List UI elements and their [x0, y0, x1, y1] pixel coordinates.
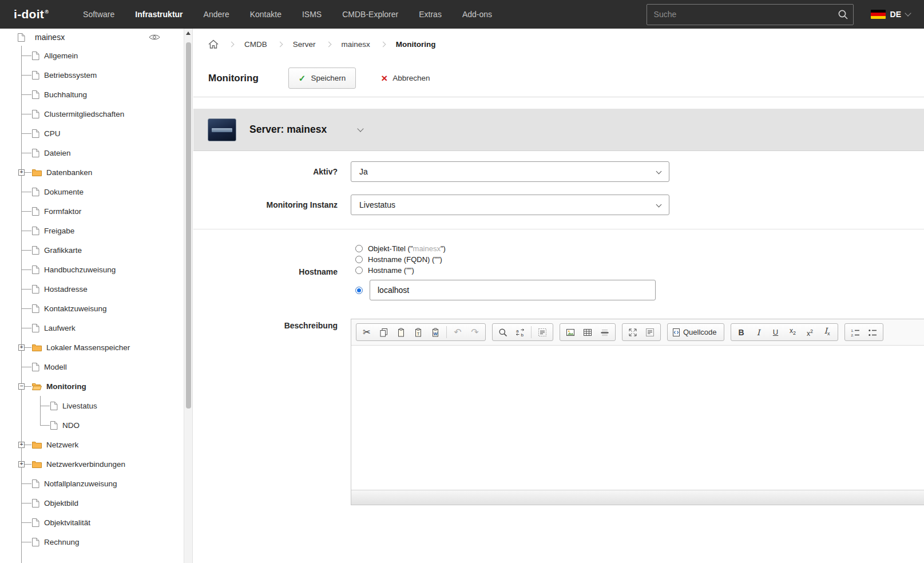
sidebar-item-objektbild[interactable]: Objektbild: [0, 493, 184, 513]
sidebar-item-modell[interactable]: Modell: [0, 357, 184, 376]
sidebar-item-betriebssystem[interactable]: Betriebssystem: [0, 65, 184, 85]
editor-content-area[interactable]: [351, 346, 924, 490]
sidebar-item-buchhaltung[interactable]: Buchhaltung: [0, 85, 184, 104]
sidebar-scrollbar[interactable]: [184, 29, 192, 563]
aktiv-label: Aktiv?: [193, 167, 338, 176]
object-switch-chevron-icon[interactable]: [358, 125, 364, 132]
find-button[interactable]: [494, 325, 511, 340]
radio-button[interactable]: [355, 245, 363, 252]
expander-minus-icon[interactable]: −: [18, 383, 25, 390]
sidebar-item-netzwerkverbindungen[interactable]: +Netzwerkverbindungen: [0, 454, 184, 474]
tree-connector: [22, 308, 31, 309]
doc-icon: [32, 90, 39, 99]
radio-button[interactable]: [355, 256, 363, 263]
cancel-button[interactable]: × Abbrechen: [371, 68, 440, 89]
radio-button[interactable]: [355, 267, 363, 274]
save-button[interactable]: ✓ Speichern: [288, 68, 356, 89]
source-button[interactable]: Quellcode: [669, 325, 722, 340]
expander-plus-icon[interactable]: +: [18, 169, 25, 176]
nav-item-isms[interactable]: ISMS: [292, 0, 332, 29]
nav-item-software[interactable]: Software: [73, 0, 125, 29]
replace-button[interactable]: ab: [511, 325, 529, 340]
maximize-button[interactable]: [624, 325, 641, 340]
expander-plus-icon[interactable]: +: [18, 442, 25, 448]
eye-icon[interactable]: [149, 34, 160, 41]
sidebar-item-dateien[interactable]: Dateien: [0, 143, 184, 162]
tree-connector: [40, 425, 50, 426]
bold-button[interactable]: B: [733, 325, 750, 340]
app-logo[interactable]: i-doit®: [14, 7, 49, 21]
italic-button[interactable]: I: [750, 325, 767, 340]
sidebar-item-ndo[interactable]: NDO: [0, 415, 184, 435]
nav-item-kontakte[interactable]: Kontakte: [240, 0, 292, 29]
bulleted-list-button[interactable]: [864, 325, 881, 340]
remove-format-button[interactable]: Ix: [819, 325, 836, 340]
radio-button-selected[interactable]: [355, 287, 363, 294]
sidebar-item-laufwerk[interactable]: Laufwerk: [0, 318, 184, 338]
breadcrumb-item-server[interactable]: Server: [293, 40, 316, 49]
sidebar-item-hostadresse[interactable]: Hostadresse: [0, 279, 184, 299]
expander-plus-icon[interactable]: +: [18, 461, 25, 467]
option-text: Hostname (FQDN) (""): [368, 255, 442, 264]
nav-item-andere[interactable]: Andere: [193, 0, 240, 29]
sidebar-item-formfaktor[interactable]: Formfaktor: [0, 201, 184, 221]
sidebar-item-notfallplanzuweisung[interactable]: Notfallplanzuweisung: [0, 474, 184, 493]
breadcrumb-item-mainesx[interactable]: mainesx: [342, 40, 370, 49]
paste-text-button[interactable]: T: [410, 325, 427, 340]
hostname-input[interactable]: [370, 280, 656, 300]
search-input[interactable]: [647, 4, 854, 25]
breadcrumb-item-cmdb[interactable]: CMDB: [244, 40, 267, 49]
underline-button[interactable]: U: [767, 325, 784, 340]
sidebar-item-netzwerk[interactable]: +Netzwerk: [0, 435, 184, 454]
tree-connector: [22, 75, 31, 76]
doc-icon: [32, 149, 39, 157]
remove-format-icon: Ix: [824, 331, 830, 334]
sidebar-item-lokaler-massenspeicher[interactable]: +Lokaler Massenspeicher: [0, 338, 184, 357]
nav-item-add-ons[interactable]: Add-ons: [452, 0, 502, 29]
sidebar-item-label: Handbuchzuweisung: [44, 265, 116, 274]
sidebar-item-grafikkarte[interactable]: Grafikkarte: [0, 240, 184, 260]
paste-word-button[interactable]: W: [427, 325, 444, 340]
home-icon[interactable]: [208, 39, 219, 49]
superscript-icon: x2: [807, 331, 813, 334]
language-switcher[interactable]: DE: [871, 10, 910, 19]
sidebar-item-dokumente[interactable]: Dokumente: [0, 182, 184, 201]
cut-button[interactable]: ✂: [358, 325, 375, 340]
sidebar-item-clustermitgliedschaften[interactable]: Clustermitgliedschaften: [0, 104, 184, 124]
subscript-button[interactable]: x2: [784, 325, 802, 340]
horizontal-line-button[interactable]: [596, 325, 613, 340]
sidebar-item-label: Buchhaltung: [44, 90, 87, 99]
sidebar-item-objektvitalit-t[interactable]: Objektvitalität: [0, 513, 184, 532]
sidebar-item-monitoring[interactable]: −Monitoring: [0, 376, 184, 396]
sidebar-item-handbuchzuweisung[interactable]: Handbuchzuweisung: [0, 260, 184, 279]
show-blocks-button[interactable]: [641, 325, 659, 340]
numbered-list-button[interactable]: 1.2.: [847, 325, 864, 340]
scroll-up-icon[interactable]: [186, 31, 191, 35]
sidebar-item-allgemein[interactable]: Allgemein: [0, 46, 184, 65]
nav-item-infrastruktur[interactable]: Infrastruktur: [125, 0, 193, 29]
image-button[interactable]: [562, 325, 579, 340]
hostname-option-label: Hostname (""): [368, 266, 414, 275]
sidebar-item-freigabe[interactable]: Freigabe: [0, 221, 184, 240]
nav-item-cmdb-explorer[interactable]: CMDB-Explorer: [332, 0, 409, 29]
sidebar-root-object[interactable]: mainesx: [35, 33, 65, 42]
monitoring-instanz-select[interactable]: Livestatus: [351, 195, 669, 215]
table-button[interactable]: [579, 325, 596, 340]
select-all-button[interactable]: [534, 325, 551, 340]
aktiv-select[interactable]: Ja: [351, 161, 669, 182]
chevron-down-icon: [656, 168, 662, 174]
search-icon[interactable]: [838, 9, 848, 20]
sidebar-item-livestatus[interactable]: Livestatus: [0, 396, 184, 415]
tree-connector: [22, 522, 31, 523]
sidebar-item-datenbanken[interactable]: +Datenbanken: [0, 162, 184, 182]
sidebar-item-rechnung[interactable]: Rechnung: [0, 532, 184, 552]
sidebar-item-cpu[interactable]: CPU: [0, 124, 184, 143]
copy-button[interactable]: [375, 325, 392, 340]
nav-item-extras[interactable]: Extras: [409, 0, 452, 29]
paste-button[interactable]: [392, 325, 410, 340]
sidebar-item-kontaktzuweisung[interactable]: Kontaktzuweisung: [0, 299, 184, 318]
expander-plus-icon[interactable]: +: [18, 344, 25, 351]
superscript-button[interactable]: x2: [802, 325, 819, 340]
scrollbar-thumb[interactable]: [186, 42, 191, 409]
doc-icon: [32, 538, 39, 546]
